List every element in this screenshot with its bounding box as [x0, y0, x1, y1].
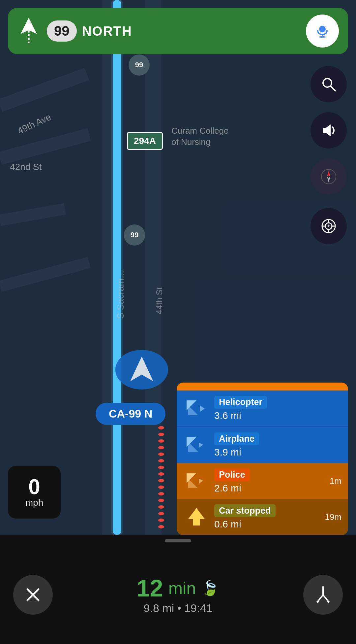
alert-police-type: Police: [214, 468, 250, 481]
svg-text:+: +: [327, 223, 330, 228]
street-label-sacramento: S Sacram...: [115, 271, 126, 319]
user-location-marker: [115, 350, 168, 390]
svg-marker-25: [200, 405, 205, 412]
alert-car-stopped-time: 19m: [325, 512, 341, 522]
svg-marker-31: [199, 479, 203, 484]
police-icon: [183, 470, 210, 493]
eta-sub-info: 9.8 mi • 19:41: [53, 602, 303, 615]
route-direction-label: NORTH: [82, 24, 306, 39]
alert-helicopter-text: Helicopter 3.6 mi: [214, 396, 341, 421]
route-number-badge: 99: [47, 20, 77, 42]
svg-line-37: [323, 595, 328, 601]
alert-car-stopped-distance: 0.6 mi: [214, 519, 241, 529]
sound-button[interactable]: [311, 112, 347, 149]
svg-marker-12: [323, 124, 331, 136]
google-mic-button[interactable]: [306, 15, 339, 48]
map-label-42nd: 42nd St: [10, 162, 42, 172]
top-navigation-bar: 99 NORTH: [8, 8, 348, 54]
eco-leaf-icon: 🍃: [201, 580, 219, 597]
alert-car-stopped-type: Car stopped: [214, 504, 276, 517]
alert-police[interactable]: Police 2.6 mi 1m: [177, 463, 348, 499]
report-button[interactable]: +: [311, 208, 347, 244]
alert-airplane[interactable]: Airplane 3.9 mi: [177, 426, 348, 463]
search-button[interactable]: [311, 66, 347, 102]
svg-marker-30: [187, 473, 196, 483]
svg-marker-32: [188, 508, 205, 525]
svg-marker-40: [327, 601, 330, 603]
svg-marker-14: [327, 171, 330, 177]
street-label-44th: 44th St: [154, 287, 164, 314]
bottom-content: 12 min 🍃 9.8 mi • 19:41: [0, 542, 356, 644]
svg-marker-39: [316, 601, 319, 603]
eta-minutes: 12: [137, 575, 163, 602]
svg-marker-38: [322, 586, 324, 588]
alert-car-stopped-text: Car stopped 0.6 mi: [214, 504, 320, 530]
alert-airplane-type: Airplane: [214, 432, 259, 445]
alert-police-text: Police 2.6 mi: [214, 468, 325, 494]
alert-helicopter-distance: 3.6 mi: [214, 410, 241, 421]
alert-helicopter-type: Helicopter: [214, 396, 267, 409]
alert-airplane-text: Airplane 3.9 mi: [214, 432, 341, 458]
speed-value: 0: [28, 476, 40, 497]
svg-marker-28: [199, 443, 203, 448]
svg-line-11: [331, 86, 335, 91]
nav-direction-arrow: [17, 19, 40, 43]
map-shield-99-mid: 99: [124, 224, 145, 246]
bottom-handle[interactable]: [165, 539, 191, 542]
svg-line-36: [318, 595, 323, 601]
speed-unit: mph: [25, 497, 43, 508]
cancel-navigation-button[interactable]: [13, 575, 53, 615]
airplane-icon: [183, 434, 210, 457]
alert-car-stopped[interactable]: Car stopped 0.6 mi 19m: [177, 499, 348, 535]
eta-unit: min: [168, 578, 196, 598]
speed-indicator: 0 mph: [8, 466, 61, 519]
current-route-badge: CA-99 N: [96, 403, 165, 425]
eta-info: 12 min 🍃 9.8 mi • 19:41: [53, 575, 303, 615]
bottom-navigation-bar: 12 min 🍃 9.8 mi • 19:41: [0, 535, 356, 644]
alerts-panel: Helicopter 3.6 mi Airplane 3.9 mi: [177, 383, 348, 535]
route-options-button[interactable]: [303, 575, 343, 615]
svg-marker-15: [327, 177, 330, 183]
alert-dots-column: [156, 420, 166, 535]
poi-label: Curam College of Nursing: [171, 125, 237, 148]
compass-button[interactable]: [311, 158, 347, 195]
route-number: 99: [54, 23, 70, 39]
alert-police-distance: 2.6 mi: [214, 483, 241, 493]
alerts-top-bar: [177, 383, 348, 390]
map-label-49th: 49th Ave: [16, 112, 53, 137]
car-stopped-icon: [183, 506, 210, 529]
svg-marker-0: [130, 356, 153, 381]
helicopter-icon: [183, 397, 210, 420]
alert-police-time: 1m: [330, 476, 341, 486]
alert-helicopter[interactable]: Helicopter 3.6 mi: [177, 390, 348, 426]
svg-marker-29: [188, 479, 197, 488]
alert-airplane-distance: 3.9 mi: [214, 447, 241, 458]
map-shield-99-top: 99: [129, 54, 150, 76]
highway-exit-sign: 294A: [127, 132, 163, 150]
